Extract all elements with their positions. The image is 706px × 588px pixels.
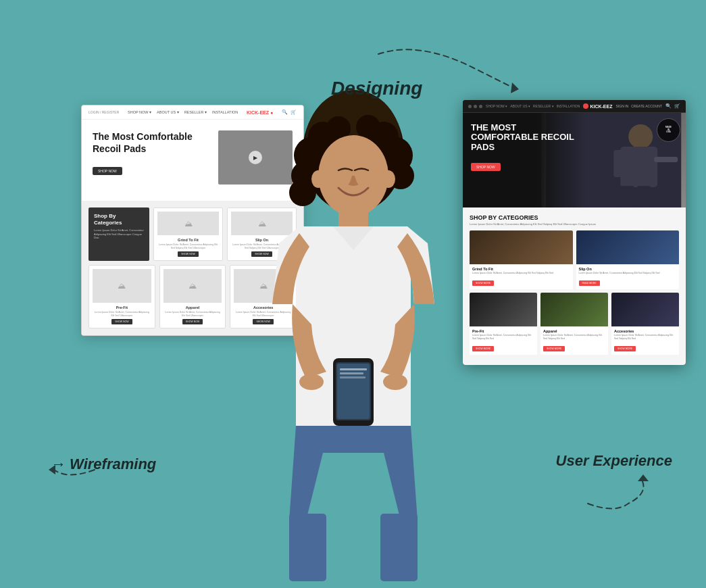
svg-point-14 [289, 179, 316, 206]
wireframe-cat-title-4: Apparel [186, 305, 199, 310]
designed-cat-header: SHOP BY CATEGORIES Lorem Ipsum Dolor Sit… [470, 214, 679, 226]
designed-cat-img-4 [540, 293, 608, 326]
designed-hero: THE MOST COMFORTABLE RECOIL PADS SHOP NO… [463, 113, 686, 207]
wireframe-cat-text-1: Lorem Ipsum Dolor Sit Amet, Consectetur … [157, 243, 219, 249]
designed-cat-text-3: Lorem Ipsum Dolor Sit Amet, Consectetur … [472, 334, 534, 340]
designed-cat-text-2: Lorem Ipsum Dolor Sit Amet, Consectetur … [579, 272, 677, 275]
wireframe-shop-now-btn[interactable]: SHOP NOW [93, 167, 122, 175]
designed-search-icon: 🔍 [665, 103, 672, 109]
designed-cat-card-apparel: Apparel Lorem Ipsum Dolor Sit Amet, Cons… [540, 293, 608, 355]
designed-nav-icons: 🔍 🛒 [665, 103, 680, 109]
dm-nav-links-right: SIGN IN CREATE ACCOUNT [616, 104, 662, 108]
svg-rect-5 [620, 147, 657, 187]
svg-point-32 [383, 374, 407, 390]
designed-hero-title: THE MOST COMFORTABLE RECOIL PADS [471, 123, 578, 152]
svg-rect-30 [340, 376, 365, 378]
designed-cat-card-slip: Slip On Lorem Ipsum Dolor Sit Amet, Cons… [576, 230, 680, 290]
designed-cat-btn-4[interactable]: SHOW MORE [543, 346, 565, 351]
dm-nav-links-left: SHOP NOW ▾ ABOUT US ▾ RESELLER ▾ INSTALL… [486, 104, 580, 108]
wireframe-cat-main: Shop ByCategories Lorem Ipsum Dolor Sit … [89, 207, 149, 261]
svg-rect-28 [340, 368, 367, 370]
designed-cat-text-5: Lorem Ipsum Dolor Sit Amet, Consectetur … [614, 334, 676, 340]
wireframe-cat-card-apparel: ⛰ Apparel Lorem Ipsum Dolor Sit Amet, Co… [159, 265, 226, 328]
svg-rect-22 [338, 206, 368, 230]
designed-nav: SHOP NOW ▾ ABOUT US ▾ RESELLER ▾ INSTALL… [463, 100, 686, 113]
svg-rect-29 [340, 372, 363, 374]
designed-cat-img-1 [470, 230, 573, 264]
designed-made-badge: MADEINUSA [657, 118, 680, 142]
designed-cat-img-5 [611, 293, 679, 326]
designed-cat-title-3: Pre-Fit [472, 329, 534, 333]
person-illustration [238, 88, 468, 588]
designing-label: Designing [331, 78, 422, 99]
wireframe-cat-title-3: Pre-Fit [116, 305, 128, 310]
svg-rect-33 [289, 514, 326, 581]
brand-logo [583, 103, 588, 109]
wf-nav-login: LOGIN / REGISTER [89, 110, 119, 114]
designed-cat-card-accessories: Accesories Lorem Ipsum Dolor Sit Amet, C… [611, 293, 679, 355]
designed-categories: SHOP BY CATEGORIES Lorem Ipsum Dolor Sit… [463, 207, 686, 365]
designed-cat-body-2: Slip On Lorem Ipsum Dolor Sit Amet, Cons… [576, 264, 680, 290]
designed-cat-bottom-row: Pre-Fit Lorem Ipsum Dolor Sit Amet, Cons… [470, 293, 679, 355]
wireframe-cat-title-1: Grind To Fit [178, 238, 199, 242]
image-placeholder-icon: ⛰ [184, 219, 193, 228]
designed-cat-body-4: Apparel Lorem Ipsum Dolor Sit Amet, Cons… [540, 326, 608, 355]
wireframe-cat-text-3: Lorem Ipsum Dolor Sit Amet, Consectetur … [93, 311, 151, 317]
designed-cat-card-grind: Grind To Fit Lorem Ipsum Dolor Sit Amet,… [470, 230, 573, 290]
designed-cat-title-4: Apparel [543, 329, 605, 333]
designed-cat-body-5: Accesories Lorem Ipsum Dolor Sit Amet, C… [611, 326, 679, 355]
svg-point-24 [382, 170, 395, 188]
image-placeholder-icon-3: ⛰ [118, 281, 126, 291]
wireframe-cat-main-title: Shop ByCategories [94, 213, 144, 226]
designed-cat-text-1: Lorem Ipsum Dolor Sit Amet, Consectetur … [472, 272, 570, 275]
designed-cat-title: SHOP BY CATEGORIES [470, 214, 679, 221]
svg-rect-7 [613, 150, 624, 177]
wireframe-hero-title: The Most Comfortable Recoil Pads [93, 130, 210, 155]
wireframe-cat-card-grind: ⛰ Grind To Fit Lorem Ipsum Dolor Sit Ame… [153, 207, 223, 261]
designed-cat-btn-2[interactable]: READ MORE [579, 280, 600, 286]
designed-cat-title-1: Grind To Fit [472, 267, 570, 271]
wireframe-cat-text-4: Lorem Ipsum Dolor Sit Amet, Consectetur … [163, 311, 222, 317]
svg-rect-34 [380, 514, 418, 581]
wireframe-cat-img-1: ⛰ [157, 212, 219, 235]
designed-cat-top-row: Grind To Fit Lorem Ipsum Dolor Sit Amet,… [470, 230, 679, 290]
svg-point-31 [299, 374, 324, 390]
svg-rect-9 [637, 186, 651, 206]
designed-badge-text: MADEINUSA [665, 126, 672, 134]
svg-point-23 [311, 170, 325, 188]
wireframe-cat-btn-3[interactable]: SHOW NOW [111, 319, 132, 324]
user-experience-label: User Experience [556, 452, 672, 470]
designed-cat-img-2 [576, 230, 680, 264]
designed-cat-btn-5[interactable]: SHOW MORE [614, 346, 636, 351]
designed-cat-desc: Lorem Ipsum Dolor Sit Amet, Consectetur … [470, 222, 679, 226]
svg-rect-27 [337, 364, 370, 419]
wireframe-hero-text: The Most Comfortable Recoil Pads SHOP NO… [93, 130, 210, 190]
designed-cat-title-2: Slip On [579, 267, 677, 271]
person-container [225, 81, 482, 588]
wf-nav-links: SHOP NOW ▾ ABOUT US ▾ RESELLER ▾ INSTALL… [128, 110, 238, 114]
svg-rect-6 [654, 157, 678, 162]
designed-cat-title-5: Accesories [614, 329, 676, 333]
designed-cat-body-1: Grind To Fit Lorem Ipsum Dolor Sit Amet,… [470, 264, 573, 290]
wireframe-cat-btn-1[interactable]: SHOW NOW [178, 251, 198, 257]
wireframe-cat-img-3: ⛰ [93, 269, 151, 303]
wireframe-cat-img-4: ⛰ [163, 269, 222, 303]
image-placeholder-icon-4: ⛰ [188, 281, 197, 291]
wireframe-cat-btn-4[interactable]: SHOW NOW [182, 319, 203, 324]
svg-rect-8 [620, 186, 634, 206]
svg-point-4 [628, 124, 653, 149]
designed-mockup: SHOP NOW ▾ ABOUT US ▾ RESELLER ▾ INSTALL… [463, 100, 686, 365]
designed-cart-icon: 🛒 [674, 103, 680, 109]
wireframe-cat-card-prefit: ⛰ Pre-Fit Lorem Ipsum Dolor Sit Amet, Co… [89, 265, 155, 328]
wireframing-label: → Wireframing [51, 456, 156, 473]
wireframe-cat-main-desc: Lorem Ipsum Dolor Sit Amet, Consectetur … [94, 228, 144, 240]
designed-cat-text-4: Lorem Ipsum Dolor Sit Amet, Consectetur … [543, 334, 605, 340]
designed-brand: KICK-EEZ [583, 103, 612, 109]
